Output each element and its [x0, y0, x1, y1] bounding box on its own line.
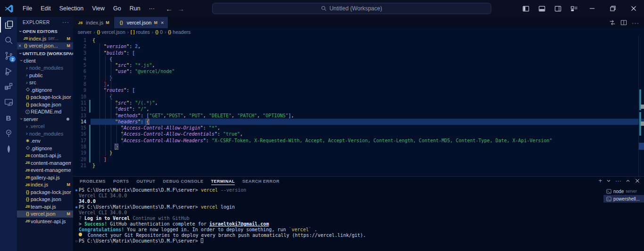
customize-layout-icon[interactable] — [567, 2, 581, 15]
menu-go[interactable]: Go — [109, 3, 125, 14]
code-line[interactable]: 9 "routes": [ — [73, 87, 644, 93]
code-line[interactable]: 5 "src": "*.js", — [73, 62, 644, 68]
close-editor-icon[interactable]: × — [17, 43, 23, 49]
more-editor-actions-icon[interactable]: ··· — [632, 19, 639, 26]
breadcrumb-item[interactable]: routes — [136, 29, 150, 35]
file-item-eventmanageme[interactable]: JSevent-manageme... — [17, 167, 73, 174]
menu-selection[interactable]: Selection — [55, 3, 88, 14]
activitybar-mongodb-icon[interactable] — [0, 141, 17, 157]
activitybar-remote-explorer-icon[interactable] — [0, 95, 17, 110]
activitybar-run-and-debug-icon[interactable] — [0, 64, 17, 79]
tab-close-icon[interactable]: × — [161, 20, 164, 25]
forward-button[interactable]: → — [177, 5, 184, 13]
activitybar-extensions-icon[interactable] — [0, 79, 17, 95]
explorer-more-actions[interactable]: ··· — [62, 19, 69, 25]
section-open-editors[interactable]: ›OPEN EDITORS — [17, 27, 73, 35]
new-terminal-icon[interactable]: + — [598, 178, 602, 184]
menu-edit[interactable]: Edit — [36, 3, 55, 14]
back-button[interactable]: ← — [165, 5, 173, 13]
activitybar-search-icon[interactable] — [0, 32, 17, 48]
file-item-gitignore[interactable]: .gitignore — [17, 145, 73, 152]
panel-tab-terminal[interactable]: TERMINAL — [211, 178, 235, 185]
terminal-list-item-powershell[interactable]: powershell... — [603, 195, 644, 202]
menu-view[interactable]: View — [88, 3, 109, 14]
code-line[interactable]: 16 "Access-Control-Allow-Credentials": "… — [73, 131, 644, 137]
code-line[interactable]: 12 "dest": "/", — [73, 106, 644, 112]
tab-indexjs[interactable]: JSindex.jsM — [73, 17, 114, 28]
file-item-volunteerapijs[interactable]: JSvolunteer-api.js — [17, 218, 73, 225]
file-item-gitignore[interactable]: .gitignore — [17, 86, 73, 94]
folder-item-nodemodules[interactable]: ›node_modules — [17, 65, 73, 72]
maximize-panel-icon[interactable] — [625, 178, 631, 184]
panel-tab-ports[interactable]: PORTS — [113, 178, 129, 185]
folder-item-nodemodules[interactable]: ›node_modules — [17, 130, 73, 138]
code-line[interactable]: 14 "headers": { — [73, 119, 644, 125]
breadcrumb[interactable]: server›{}vercel.json›[ ]routes›{}0›{}hea… — [73, 28, 644, 36]
code-line[interactable]: 18 } — [73, 144, 644, 150]
panel-tab-problems[interactable]: PROBLEMS — [80, 178, 106, 185]
close-panel-icon[interactable] — [635, 178, 640, 184]
tab-verceljson[interactable]: {}vercel.jsonM× — [114, 17, 169, 28]
minimize-button[interactable] — [582, 0, 603, 17]
breadcrumb-item[interactable]: vercel.json — [102, 29, 125, 35]
file-item-readmemd[interactable]: iREADME.md — [17, 108, 73, 116]
code-line[interactable]: 7 } — [73, 75, 644, 81]
restore-button[interactable] — [603, 0, 623, 17]
split-editor-icon[interactable] — [620, 19, 627, 26]
launch-profile-chevron-icon[interactable] — [606, 178, 611, 184]
folder-item-client[interactable]: ›client — [17, 57, 73, 65]
menu-run[interactable]: Run — [125, 3, 145, 14]
code-editor[interactable]: 1{2 "version": 2,3 "builds": [4 {5 "src"… — [73, 36, 644, 176]
breadcrumb-item[interactable]: headers — [173, 29, 190, 35]
breadcrumb-item[interactable]: server — [78, 29, 91, 35]
file-item-teamapijs[interactable]: JSteam-api.js — [17, 203, 73, 211]
code-line[interactable]: 1{ — [73, 37, 644, 43]
file-item-verceljson[interactable]: {}vercel.jsonM — [17, 211, 73, 218]
breadcrumb-item[interactable]: 0 — [160, 29, 163, 35]
file-item-contactapijs[interactable]: JScontact-api.js — [17, 152, 73, 160]
file-item-packagelockjson[interactable]: {}package-lock.json — [17, 94, 73, 101]
file-item-galleryapijs[interactable]: JSgallery-api.js — [17, 174, 73, 181]
toggle-primary-sidebar-icon[interactable] — [519, 2, 533, 15]
file-item-packagejson[interactable]: {}package.json — [17, 101, 73, 108]
code-line[interactable]: 19 } — [73, 150, 644, 156]
file-item-packagejson[interactable]: {}package.json — [17, 196, 73, 203]
panel-tab-debug-console[interactable]: DEBUG CONSOLE — [163, 178, 204, 185]
folder-item-vercel[interactable]: ›.vercel — [17, 123, 73, 130]
open-changes-icon[interactable] — [609, 19, 616, 26]
overview-ruler[interactable] — [638, 36, 644, 176]
activitybar-source-control-icon[interactable]: 2 — [0, 48, 17, 64]
menu-[interactable]: ··· — [145, 3, 159, 14]
terminal-output[interactable]: ●PS C:\Users\Matrix\Documents\D.M.F\serv… — [73, 186, 603, 251]
terminal-link[interactable]: israeltoki7@gmail.com — [209, 221, 269, 227]
activitybar-letter-b-icon[interactable]: B — [0, 110, 17, 126]
folder-item-src[interactable]: ›src — [17, 79, 73, 87]
terminal-list-item-node[interactable]: nodeserver — [603, 187, 644, 195]
open-editor-item[interactable]: ×{}vercel.json...M — [17, 42, 73, 50]
code-line[interactable]: 21} — [73, 162, 644, 169]
panel-tab-output[interactable]: OUTPUT — [137, 178, 156, 185]
code-line[interactable]: 15 "Access-Control-Allow-Origin": "*", — [73, 125, 644, 131]
close-window-button[interactable] — [623, 0, 644, 17]
file-item-indexjs[interactable]: JSindex.jsM — [17, 181, 73, 189]
code-line[interactable]: 4 { — [73, 56, 644, 62]
code-line[interactable]: 17 "Access-Control-Allow-Headers": "X-CS… — [73, 138, 644, 144]
command-center-search[interactable]: Untitled (Workspace) — [212, 3, 491, 14]
code-line[interactable]: 10 { — [73, 94, 644, 100]
toggle-panel-icon[interactable] — [535, 2, 549, 15]
section-workspace[interactable]: ›UNTITLED (WORKSPACE) — [17, 49, 73, 57]
panel-more-actions-icon[interactable]: ··· — [615, 178, 621, 184]
activitybar-testing-tree-icon[interactable] — [0, 126, 17, 141]
code-line[interactable]: 13 "methods": ["GET","POST", "PUT", "DEL… — [73, 113, 644, 119]
code-line[interactable]: 8 ], — [73, 81, 644, 87]
file-item-env[interactable]: ✱.env — [17, 138, 73, 145]
folder-item-server[interactable]: ›server — [17, 115, 73, 123]
open-editor-item[interactable]: JSindex.jsser...M — [17, 35, 73, 42]
menu-file[interactable]: File — [18, 3, 36, 14]
code-line[interactable]: 11 "src": "/(.*)", — [73, 100, 644, 106]
code-line[interactable]: 20 ] — [73, 156, 644, 162]
folder-item-public[interactable]: ›public — [17, 72, 73, 79]
code-line[interactable]: 2 "version": 2, — [73, 43, 644, 49]
activitybar-explorer-icon[interactable] — [0, 17, 17, 32]
code-line[interactable]: 3 "builds": [ — [73, 50, 644, 56]
